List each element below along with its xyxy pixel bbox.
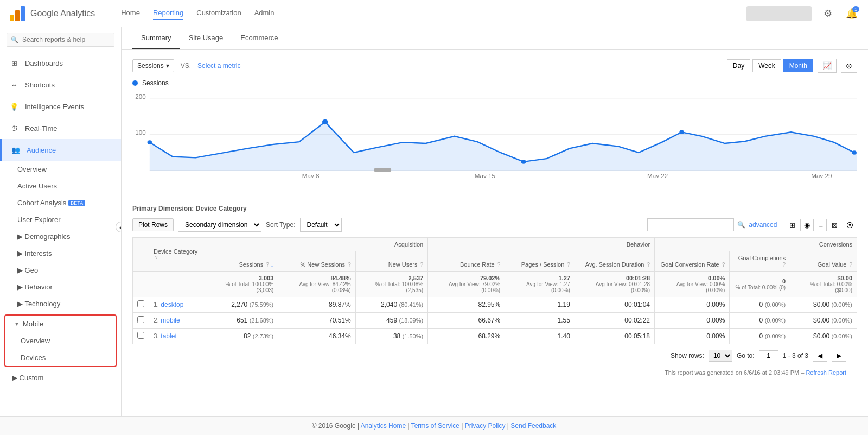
nav-customization[interactable]: Customization xyxy=(196,7,241,20)
total-duration: 00:01:28 Avg for View: 00:01:28 (0.00%) xyxy=(575,272,654,297)
prev-page-btn[interactable]: ◀ xyxy=(813,350,827,362)
total-sessions: 3,003 % of Total: 100.00% (3,003) xyxy=(206,272,278,297)
row3-checkbox[interactable] xyxy=(133,329,149,344)
tab-site-usage[interactable]: Site Usage xyxy=(180,27,232,49)
user-avatar[interactable] xyxy=(746,6,812,21)
sidebar-item-intelligence[interactable]: 💡 Intelligence Events xyxy=(0,96,121,117)
sidebar-item-overview[interactable]: Overview xyxy=(9,161,121,178)
row2-checkbox[interactable] xyxy=(133,313,149,329)
sidebar-item-custom[interactable]: ▶ Custom xyxy=(0,369,121,386)
col-pages[interactable]: Pages / Session ? xyxy=(505,251,575,272)
sidebar-item-cohort-analysis[interactable]: Cohort Analysis BETA xyxy=(9,194,121,211)
data-table: Device Category ? Acquisition Behavior C… xyxy=(132,237,857,344)
svg-point-10 xyxy=(521,160,526,164)
col-sessions[interactable]: Sessions ?↓ xyxy=(206,251,278,272)
mobile-link[interactable]: mobile xyxy=(161,317,180,324)
col-goal-conv[interactable]: Goal Conversion Rate ? xyxy=(655,251,730,272)
nav-home[interactable]: Home xyxy=(121,7,140,20)
nav-reporting[interactable]: Reporting xyxy=(153,7,183,20)
dashboards-icon: ⊞ xyxy=(9,58,20,68)
col-bounce[interactable]: Bounce Rate ? xyxy=(428,251,505,272)
total-pct-new: 84.48% Avg for View: 84.42% (0.08%) xyxy=(278,272,355,297)
col-duration[interactable]: Avg. Session Duration ? xyxy=(575,251,654,272)
mobile-section: ▼ Mobile Overview Devices xyxy=(4,314,117,367)
secondary-dimension-select[interactable]: Secondary dimension xyxy=(178,218,261,232)
total-goal-completions: 0 % of Total: 0.00% (0) xyxy=(730,272,790,297)
sidebar-item-shortcuts[interactable]: ↔ Shortcuts xyxy=(0,74,121,96)
col-device-header: Device Category ? xyxy=(149,238,206,272)
intelligence-label: Intelligence Events xyxy=(25,103,84,111)
sidebar-item-geo[interactable]: ▶ Geo xyxy=(9,262,121,279)
grid-view-btn[interactable]: ⊞ xyxy=(786,219,799,231)
col-pct-new[interactable]: % New Sessions ? xyxy=(278,251,355,272)
week-btn[interactable]: Week xyxy=(752,59,781,72)
goto-input[interactable] xyxy=(759,350,778,361)
table-search-icon[interactable]: 🔍 xyxy=(737,221,745,229)
svg-text:May 8: May 8 xyxy=(302,173,320,178)
footer-terms[interactable]: Terms of Service xyxy=(411,422,459,430)
tab-ecommerce[interactable]: Ecommerce xyxy=(232,27,286,49)
svg-point-12 xyxy=(852,150,856,155)
donut-chart-btn[interactable]: ⊙ xyxy=(841,59,857,73)
metric-select[interactable]: Sessions ▾ xyxy=(132,59,174,72)
legend-label: Sessions xyxy=(142,79,169,87)
tablet-link[interactable]: tablet xyxy=(161,332,176,340)
pie-view-btn[interactable]: ◉ xyxy=(800,219,814,231)
row3-pct-new: 46.34% xyxy=(278,329,355,344)
row3-pages: 1.40 xyxy=(505,329,575,344)
sidebar-item-active-users[interactable]: Active Users xyxy=(9,178,121,194)
row1-goal-conv: 0.00% xyxy=(655,297,730,313)
col-goal-completions[interactable]: Goal Completions ? xyxy=(730,251,790,272)
table-search-input[interactable] xyxy=(647,218,734,231)
row3-goal-completions: 0 (0.00%) xyxy=(730,329,790,344)
bar-view-btn[interactable]: ≡ xyxy=(815,219,827,231)
sidebar-item-user-explorer[interactable]: User Explorer xyxy=(9,211,121,228)
custom-view-btn[interactable]: ⦿ xyxy=(843,219,857,231)
plot-rows-btn[interactable]: Plot Rows xyxy=(132,218,174,231)
sidebar-search-wrap: 🔍 xyxy=(0,27,121,52)
day-btn[interactable]: Day xyxy=(727,59,750,72)
footer-privacy[interactable]: Privacy Policy xyxy=(465,422,506,430)
footer-copyright: © 2016 Google xyxy=(312,422,356,430)
show-rows-select[interactable]: 10 xyxy=(709,350,732,362)
sidebar-item-demographics[interactable]: ▶ Demographics xyxy=(9,228,121,245)
sidebar-item-behavior[interactable]: ▶ Behavior xyxy=(9,279,121,295)
select-metric-link[interactable]: Select a metric xyxy=(197,62,240,70)
footer-analytics-home[interactable]: Analytics Home xyxy=(361,422,406,430)
row1-checkbox[interactable] xyxy=(133,297,149,313)
sort-type-select[interactable]: Default xyxy=(300,218,342,232)
notifications-button[interactable]: 🔔 1 xyxy=(844,6,859,21)
sidebar-item-dashboards[interactable]: ⊞ Dashboards xyxy=(0,52,121,74)
refresh-report-link[interactable]: Refresh Report xyxy=(806,369,846,376)
footer-feedback[interactable]: Send Feedback xyxy=(510,422,556,430)
total-new-users: 2,537 % of Total: 100.08% (2,535) xyxy=(355,272,427,297)
desktop-link[interactable]: desktop xyxy=(161,301,183,308)
chart-container: 200 100 May xyxy=(132,91,857,189)
row3-bounce: 68.29% xyxy=(428,329,505,344)
nav-admin[interactable]: Admin xyxy=(254,7,275,20)
row1-bounce: 82.95% xyxy=(428,297,505,313)
sidebar-item-technology[interactable]: ▶ Technology xyxy=(9,295,121,312)
settings-button[interactable]: ⚙ xyxy=(820,6,835,21)
sidebar-item-audience[interactable]: 👥 Audience xyxy=(0,139,121,161)
search-icon: 🔍 xyxy=(11,36,18,43)
next-page-btn[interactable]: ▶ xyxy=(832,350,846,362)
month-btn[interactable]: Month xyxy=(783,59,813,72)
chart-legend: Sessions xyxy=(132,79,857,87)
sidebar-item-realtime[interactable]: ⏱ Real-Time xyxy=(0,117,121,139)
sidebar-item-interests[interactable]: ▶ Interests xyxy=(9,245,121,262)
line-chart-btn[interactable]: 📈 xyxy=(818,59,837,73)
total-bounce: 79.02% Avg for View: 79.02% (0.00%) xyxy=(428,272,505,297)
tab-summary[interactable]: Summary xyxy=(132,27,180,49)
advanced-link[interactable]: advanced xyxy=(749,221,777,229)
sidebar-search-input[interactable] xyxy=(7,33,114,47)
total-pages: 1.27 Avg for View: 1.27 (0.00%) xyxy=(505,272,575,297)
chart-svg: 200 100 May xyxy=(132,91,857,178)
col-goal-value[interactable]: Goal Value ? xyxy=(790,251,857,272)
pivot-view-btn[interactable]: ⊠ xyxy=(828,219,841,231)
row2-new-users: 459 (18.09%) xyxy=(355,313,427,329)
sidebar-item-mobile-overview[interactable]: Overview xyxy=(5,332,116,349)
sidebar-mobile-header[interactable]: ▼ Mobile xyxy=(5,316,116,332)
col-new-users[interactable]: New Users ? xyxy=(355,251,427,272)
sidebar-item-mobile-devices[interactable]: Devices xyxy=(5,349,116,366)
